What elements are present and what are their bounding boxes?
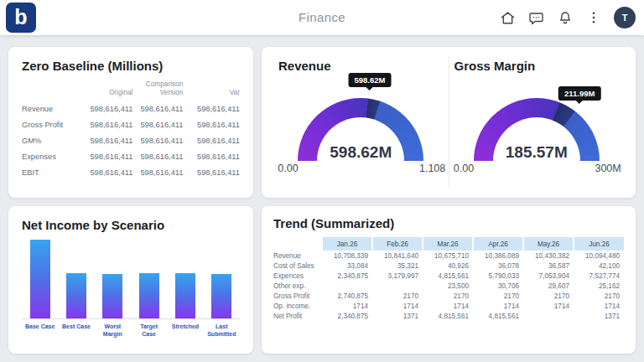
cell-value: 30,706 [473,281,523,291]
cell-value: 598,616,411 [132,116,183,132]
zero-baseline-card: Zero Baseline (Millions) Original Compar… [8,47,253,198]
scenario-bar[interactable] [175,273,195,318]
table-row: Gross Profit598,616,411598,616,411598,61… [22,116,240,132]
month-column-header: Jun.26 [574,237,624,251]
bar-cell [22,240,58,318]
cell-value: 10,386,089 [473,251,523,261]
table-row: Op. income.171417141714171417141714 [273,301,624,311]
cell-value: 5,790,033 [473,271,523,281]
cell-value: 1371 [372,311,423,321]
cell-value: 2170 [523,291,574,301]
board-logo[interactable]: b [6,3,36,33]
top-bar: b Finance T [0,0,644,35]
cell-value: 1714 [322,301,372,311]
gross-margin-gauge-panel: Gross Margin 185.57M 0.00 300M 211.99M [449,57,625,188]
col-var: Var [183,78,240,101]
cell-value: 2,340,875 [322,311,372,321]
cell-value: 1714 [523,301,574,311]
revenue-gauge-title: Revenue [278,59,444,73]
net-income-card: Net Income by Scenario Base CaseBest Cas… [8,206,253,354]
bar-label: Stretched [167,323,203,339]
gross-margin-gauge-title: Gross Margin [454,59,620,73]
row-label: Expences [273,271,322,281]
cell-value: 35,321 [372,261,423,271]
row-label: Revenue [22,101,76,116]
trend-card: Trend (Summarized) Jan.26Feb.26Mar.26Apr… [262,206,636,354]
cell-value: 25,162 [574,281,624,291]
revenue-gauge: 598.62M 0.00 1.108 598.62M [298,98,423,161]
bar-label: Target Case [131,323,167,339]
month-column-header: Feb.26 [372,237,423,251]
home-icon[interactable] [500,10,516,26]
cell-value: 10,708,339 [322,251,372,261]
zero-baseline-table: Original Comparison Version Var Revenue5… [22,78,240,180]
row-label: Op. income. [273,301,322,311]
cell-value: 1714 [473,301,523,311]
gross-margin-gauge-tooltip: 211.99M [558,86,600,101]
table-row: Other exp.23,50030,70629,60725,162 [273,281,624,291]
month-column-header: Mar.26 [423,237,473,251]
table-row: Revenue10,708,33910,841,64010,675,71010,… [273,251,624,261]
kebab-menu-icon[interactable] [585,10,601,26]
trend-table: Jan.26Feb.26Mar.26Apr.26May.26Jun.26 Rev… [273,237,624,321]
cell-value: 598,616,411 [183,116,240,132]
cell-value: 10,675,710 [423,251,473,261]
cell-value: 598,616,411 [76,116,133,132]
cell-value: 1714 [423,301,473,311]
chat-icon[interactable] [528,10,544,26]
bar-cell [131,273,167,318]
scenario-bar[interactable] [102,274,122,318]
table-row: Expenses598,616,411598,616,411598,616,41… [22,148,240,164]
cell-value: 7,053,904 [523,271,574,281]
row-label: Other exp. [273,281,322,291]
cell-value: 2170 [473,291,523,301]
row-label: Revenue [273,251,322,261]
cell-value: 598,616,411 [183,132,240,148]
cell-value: 4,815,561 [423,271,473,281]
bar-cell [95,274,131,318]
bar-label: Last Submitted [204,323,240,339]
table-row: Expences2,340,8753,179,9974,815,5615,790… [273,271,624,281]
cell-value: 598,616,411 [76,101,133,116]
net-income-title: Net Income by Scenario [22,218,240,232]
cell-value: 598,616,411 [76,148,133,164]
cell-value [372,281,423,291]
cell-value: 23,500 [423,281,473,291]
zero-baseline-header-row: Original Comparison Version Var [22,78,240,101]
scenario-bar[interactable] [66,273,86,318]
page-title: Finance [299,0,345,35]
row-label: Expenses [22,148,76,164]
gross-margin-gauge-value: 185.57M [474,143,600,162]
table-row: Revenue598,616,411598,616,411598,616,411 [22,101,240,116]
cell-value [322,281,372,291]
row-label: Net Profit [273,311,322,321]
blank-header [273,237,322,251]
table-row: EBIT598,616,411598,616,411598,616,411 [22,164,240,180]
cell-value: 598,616,411 [183,101,240,116]
cell-value: 3,179,997 [372,271,423,281]
cell-value: 598,616,411 [132,164,183,180]
cell-value: 2170 [423,291,473,301]
user-avatar[interactable]: T [614,7,636,28]
gross-margin-gauge: 185.57M 0.00 300M 211.99M [474,98,600,161]
bar-label: Best Case [58,323,94,339]
cell-value: 29,607 [523,281,574,291]
scenario-bar[interactable] [211,274,231,318]
cell-value: 598,616,411 [76,132,133,148]
cell-value: 598,616,411 [132,101,183,116]
cell-value: 2,740,875 [322,291,372,301]
revenue-gauge-value: 598.62M [298,143,423,162]
scenario-bar[interactable] [139,273,159,318]
cell-value: 598,616,411 [132,132,183,148]
table-row: Gross Profit2,740,8752170217021702170217… [273,291,624,301]
table-row: Net Profit2,340,87513714,815,5614,815,56… [273,311,624,321]
table-row: Cost of Sales33,08435,32140,92636,07836,… [273,261,624,271]
cell-value: 7,527,774 [574,271,624,281]
topbar-actions: T [500,0,636,35]
cell-value: 42,100 [574,261,624,271]
cell-value: 4,815,561 [423,311,473,321]
month-column-header: Jan.26 [322,237,372,251]
zero-baseline-title: Zero Baseline (Millions) [22,59,240,73]
scenario-bar[interactable] [30,240,50,318]
bell-icon[interactable] [557,10,573,26]
